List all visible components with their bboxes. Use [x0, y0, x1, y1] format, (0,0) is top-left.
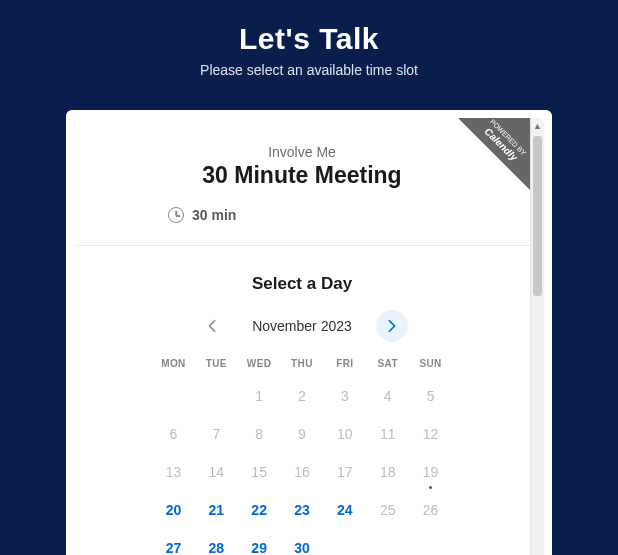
duration-row: 30 min: [168, 207, 530, 223]
scroll-thumb[interactable]: [533, 136, 542, 296]
day-number: 14: [208, 464, 224, 480]
day-number: 7: [212, 426, 220, 442]
day-number: 8: [255, 426, 263, 442]
day-number: 30: [294, 540, 310, 555]
scroll-up-arrow-icon[interactable]: ▲: [533, 120, 542, 132]
day-number: 24: [337, 502, 353, 518]
page-subtitle: Please select an available time slot: [0, 62, 618, 78]
divider: [74, 245, 530, 246]
chevron-left-icon: [207, 319, 217, 333]
weekday-header-row: MONTUEWEDTHUFRISATSUN: [152, 358, 452, 377]
calendar-day: 13: [152, 453, 195, 491]
scrollbar[interactable]: ▲: [530, 118, 544, 555]
calendar-day-available[interactable]: 22: [238, 491, 281, 529]
weekday-label: SAT: [366, 358, 409, 377]
calendar-day: 10: [323, 415, 366, 453]
month-label: November 2023: [252, 318, 352, 334]
day-number: 9: [298, 426, 306, 442]
chevron-right-icon: [387, 319, 397, 333]
calendar-weeks: 1234567891011121314151617181920212223242…: [152, 377, 452, 555]
hero: Let's Talk Please select an available ti…: [0, 0, 618, 78]
day-number: 12: [423, 426, 439, 442]
day-number: 5: [427, 388, 435, 404]
calendar-day: 26: [409, 491, 452, 529]
calendar-day: 17: [323, 453, 366, 491]
next-month-button[interactable]: [376, 310, 408, 342]
card-content: POWERED BY Calendly Involve Me 30 Minute…: [74, 118, 530, 555]
day-number: 26: [423, 502, 439, 518]
day-number: 13: [166, 464, 182, 480]
calendar-day: 14: [195, 453, 238, 491]
day-number: 1: [255, 388, 263, 404]
calendar-day-available[interactable]: 24: [323, 491, 366, 529]
calendar-grid: MONTUEWEDTHUFRISATSUN 123456789101112131…: [152, 358, 452, 555]
day-number: 4: [384, 388, 392, 404]
weekday-label: WED: [238, 358, 281, 377]
calendar-day: 16: [281, 453, 324, 491]
calendar-day-available[interactable]: 27: [152, 529, 195, 555]
calendar-week-row: 6789101112: [152, 415, 452, 453]
day-number: 11: [380, 426, 396, 442]
calendar-day-today: 19: [409, 453, 452, 491]
calendar-week-row: 12345: [152, 377, 452, 415]
day-number: 28: [208, 540, 224, 555]
clock-icon: [168, 207, 184, 223]
page-title: Let's Talk: [0, 22, 618, 56]
duration-label: 30 min: [192, 207, 236, 223]
scheduler-card: POWERED BY Calendly Involve Me 30 Minute…: [66, 110, 552, 555]
calendar-day-available[interactable]: 29: [238, 529, 281, 555]
calendar-day-available[interactable]: 20: [152, 491, 195, 529]
calendar-week-row: 20212223242526: [152, 491, 452, 529]
calendar-day: 18: [366, 453, 409, 491]
calendar-day: 3: [323, 377, 366, 415]
calendar-day: 12: [409, 415, 452, 453]
day-number: 2: [298, 388, 306, 404]
day-number: 6: [170, 426, 178, 442]
day-number: 3: [341, 388, 349, 404]
day-number: 29: [251, 540, 267, 555]
day-number: 22: [251, 502, 267, 518]
calendar-day-available[interactable]: 30: [281, 529, 324, 555]
day-number: 27: [166, 540, 182, 555]
day-number: 20: [166, 502, 182, 518]
day-number: 17: [337, 464, 353, 480]
calendar-day: 2: [281, 377, 324, 415]
day-number: 21: [208, 502, 224, 518]
calendar-day: 1: [238, 377, 281, 415]
weekday-label: TUE: [195, 358, 238, 377]
weekday-label: MON: [152, 358, 195, 377]
day-number: 23: [294, 502, 310, 518]
calendar-day-available[interactable]: 21: [195, 491, 238, 529]
day-number: 16: [294, 464, 310, 480]
calendar-day: 15: [238, 453, 281, 491]
day-number: 25: [380, 502, 396, 518]
calendar-week-row: 13141516171819: [152, 453, 452, 491]
prev-month-button[interactable]: [196, 310, 228, 342]
select-day-heading: Select a Day: [74, 274, 530, 294]
day-number: 19: [423, 464, 439, 480]
weekday-label: THU: [281, 358, 324, 377]
day-number: 15: [251, 464, 267, 480]
calendar-day: 6: [152, 415, 195, 453]
day-number: 18: [380, 464, 396, 480]
month-navigation: November 2023: [74, 310, 530, 342]
calendar-day: 5: [409, 377, 452, 415]
calendar-day: 8: [238, 415, 281, 453]
calendar-day: 11: [366, 415, 409, 453]
calendar-day: 25: [366, 491, 409, 529]
calendar-week-row: 27282930: [152, 529, 452, 555]
calendar-day-available[interactable]: 28: [195, 529, 238, 555]
calendar-day: 7: [195, 415, 238, 453]
calendar-day: 9: [281, 415, 324, 453]
calendar-day: 4: [366, 377, 409, 415]
weekday-label: SUN: [409, 358, 452, 377]
day-number: 10: [337, 426, 353, 442]
calendar-day-available[interactable]: 23: [281, 491, 324, 529]
weekday-label: FRI: [323, 358, 366, 377]
